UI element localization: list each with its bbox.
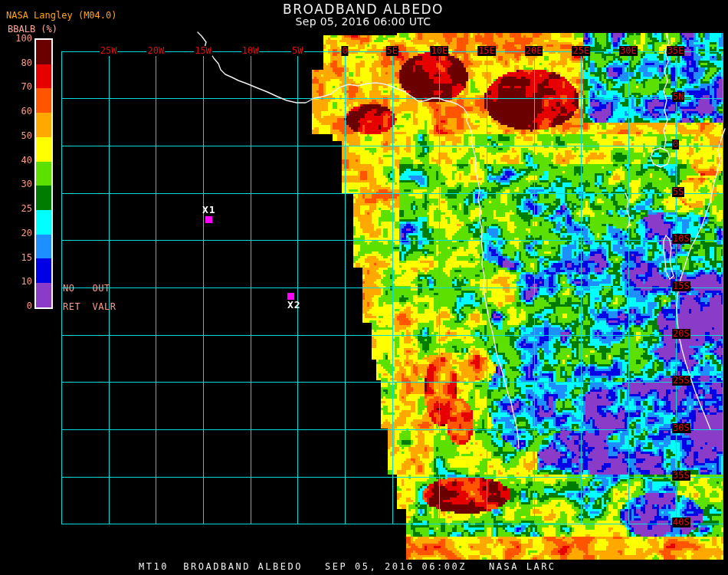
latitude-label: 35S bbox=[672, 471, 690, 481]
colorbar-segment bbox=[36, 235, 51, 259]
colorbar-segment bbox=[36, 258, 51, 283]
colorbar-segment bbox=[36, 64, 51, 89]
footer-caption: MT10 BROADBAND ALBEDO SEP 05, 2016 06:00… bbox=[139, 561, 556, 572]
longitude-label: 20E bbox=[525, 46, 543, 56]
longitude-label: 0 bbox=[341, 46, 348, 56]
colorbar-segment bbox=[36, 186, 51, 210]
colorbar-segment bbox=[36, 210, 51, 235]
colorbar-tick: 20 bbox=[0, 228, 32, 238]
longitude-label: 30E bbox=[619, 46, 638, 56]
site-marker-label-x2: X2 bbox=[287, 299, 301, 310]
colorbar-segment bbox=[36, 88, 51, 113]
no-ret-legend-line1: NO OUT bbox=[63, 283, 110, 294]
colorbar-segment bbox=[36, 40, 51, 64]
colorbar-tick: 70 bbox=[0, 81, 32, 92]
colorbar-tick: 60 bbox=[0, 106, 32, 117]
longitude-label: 25E bbox=[572, 46, 590, 56]
no-ret-legend-line2: RET VALR bbox=[63, 301, 116, 312]
nasa-langley-credit: NASA Langley (M04.0) bbox=[6, 10, 117, 21]
colorbar-tick: 50 bbox=[0, 130, 32, 141]
latitude-label: 40S bbox=[672, 518, 690, 527]
albedo-map-screen: NASA Langley (M04.0) BBALB (%) BROADBAND… bbox=[0, 0, 728, 575]
longitude-label: 20W bbox=[146, 46, 165, 56]
page-title: BROADBAND ALBEDO bbox=[210, 2, 516, 17]
colorbar-tick: 80 bbox=[0, 58, 32, 68]
latitude-label: 0 bbox=[672, 140, 679, 150]
longitude-label: 15E bbox=[477, 46, 496, 56]
longitude-label: 5W bbox=[291, 46, 303, 56]
colorbar-tick: 40 bbox=[0, 155, 32, 166]
latitude-label: 15S bbox=[672, 281, 690, 291]
longitude-label: 25W bbox=[100, 46, 118, 56]
longitude-label: 15W bbox=[194, 46, 212, 56]
colorbar-segment bbox=[36, 162, 51, 186]
latitude-label: 20S bbox=[672, 329, 690, 339]
colorbar-tick: 0 bbox=[0, 301, 32, 311]
colorbar-segment bbox=[36, 137, 51, 162]
site-marker-label-x1: X1 bbox=[202, 204, 216, 215]
latitude-label: 10S bbox=[672, 234, 690, 244]
site-marker-square-x1 bbox=[205, 216, 212, 223]
latitude-label: 25S bbox=[672, 376, 690, 386]
latitude-label: 5N bbox=[672, 92, 684, 102]
colorbar-tick: 25 bbox=[0, 203, 32, 214]
colorbar-tick: 10 bbox=[0, 276, 32, 287]
colorbar-segment bbox=[36, 283, 51, 307]
latitude-label: 5S bbox=[672, 187, 684, 197]
colorbar-tick: 100 bbox=[0, 33, 32, 44]
longitude-label: 10W bbox=[241, 46, 260, 56]
longitude-label: 35E bbox=[667, 46, 685, 56]
longitude-label: 10E bbox=[430, 46, 448, 56]
colorbar-tick: 30 bbox=[0, 179, 32, 189]
latitude-label: 30S bbox=[672, 423, 690, 433]
albedo-colorbar bbox=[34, 38, 53, 309]
colorbar-tick: 15 bbox=[0, 252, 32, 263]
longitude-label: 5E bbox=[385, 46, 398, 56]
colorbar-segment bbox=[36, 113, 51, 137]
timestamp-subtitle: Sep 05, 2016 06:00 UTC bbox=[210, 15, 516, 28]
